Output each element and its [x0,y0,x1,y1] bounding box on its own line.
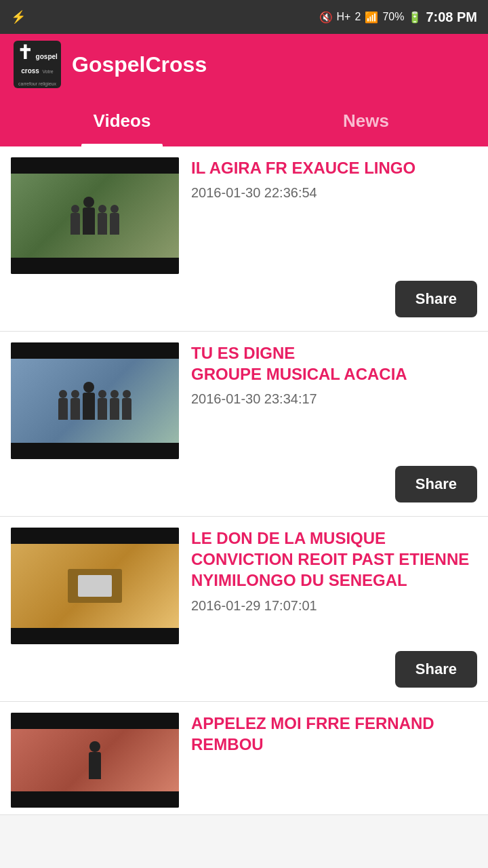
people-silhouette [11,741,179,779]
video-item: LE DON DE LA MUSIQUE CONVICTION REOIT PA… [0,517,488,702]
thumb-body [11,359,179,443]
clock: 7:08 PM [426,9,477,25]
video-title: IL AGIRA FR EXAUCE LINGO [191,157,477,178]
video-info: IL AGIRA FR EXAUCE LINGO 2016-01-30 22:3… [191,157,477,201]
share-row: Share [0,466,488,502]
signal-icon: 📶 [365,11,378,24]
video-title: TU ES DIGNEGROUPE MUSICAL ACACIA [191,342,477,384]
mute-icon: 🔇 [319,11,333,24]
network-badge: 2 [354,11,361,23]
thumb-header [11,528,179,544]
thumb-body [11,729,179,791]
video-date: 2016-01-30 22:36:54 [191,185,477,201]
app-title: GospelCross [72,52,207,77]
video-item: TU ES DIGNEGROUPE MUSICAL ACACIA 2016-01… [0,332,488,517]
video-row: TU ES DIGNEGROUPE MUSICAL ACACIA 2016-01… [0,332,488,466]
logo-cross-symbol: ✝ [17,42,33,63]
app-header: ✝ gospelcross Votre carrefour religieux … [0,34,488,95]
thumb-footer [11,258,179,274]
video-date: 2016-01-29 17:07:01 [191,598,477,614]
video-info: APPELEZ MOI FRRE FERNAND REMBOU [191,713,477,762]
thumb-header [11,713,179,729]
share-button[interactable]: Share [395,281,477,317]
video-title: LE DON DE LA MUSIQUE CONVICTION REOIT PA… [191,528,477,591]
thumb-footer [11,791,179,808]
video-info: LE DON DE LA MUSIQUE CONVICTION REOIT PA… [191,528,477,614]
network-type: H+ [337,11,351,23]
video-info: TU ES DIGNEGROUPE MUSICAL ACACIA 2016-01… [191,342,477,407]
share-button[interactable]: Share [395,651,477,688]
thumb-footer [11,443,179,459]
battery-icon: 🔋 [408,11,422,24]
desk-silhouette [68,569,122,603]
people-silhouette [11,197,179,235]
thumb-body [11,544,179,628]
share-row: Share [0,651,488,688]
share-button[interactable]: Share [395,466,477,502]
thumb-footer [11,628,179,644]
video-item: APPELEZ MOI FRRE FERNAND REMBOU [0,702,488,815]
video-row: LE DON DE LA MUSIQUE CONVICTION REOIT PA… [0,517,488,651]
laptop-silhouette [78,575,112,597]
video-list: IL AGIRA FR EXAUCE LINGO 2016-01-30 22:3… [0,146,488,815]
thumb-body [11,174,179,258]
video-thumbnail[interactable] [11,713,179,808]
video-thumbnail[interactable] [11,342,179,459]
thumb-header [11,157,179,174]
share-row: Share [0,281,488,317]
video-thumbnail[interactable] [11,528,179,644]
tab-bar: Videos News [0,95,488,146]
video-date: 2016-01-30 23:34:17 [191,391,477,407]
video-row: IL AGIRA FR EXAUCE LINGO 2016-01-30 22:3… [0,146,488,281]
people-silhouette [11,382,179,420]
status-bar: ⚡ 🔇 H+ 2 📶 70% 🔋 7:08 PM [0,0,488,34]
status-icons: 🔇 H+ 2 📶 70% 🔋 7:08 PM [319,9,477,25]
battery-percent: 70% [382,11,404,23]
video-row: APPELEZ MOI FRRE FERNAND REMBOU [0,702,488,814]
video-item: IL AGIRA FR EXAUCE LINGO 2016-01-30 22:3… [0,146,488,332]
thumb-header [11,342,179,359]
video-title: APPELEZ MOI FRRE FERNAND REMBOU [191,713,477,755]
usb-icon: ⚡ [11,9,26,24]
video-thumbnail[interactable] [11,157,179,274]
tab-news[interactable]: News [244,95,488,146]
app-logo: ✝ gospelcross Votre carrefour religieux [14,41,61,88]
tab-videos[interactable]: Videos [0,95,244,146]
